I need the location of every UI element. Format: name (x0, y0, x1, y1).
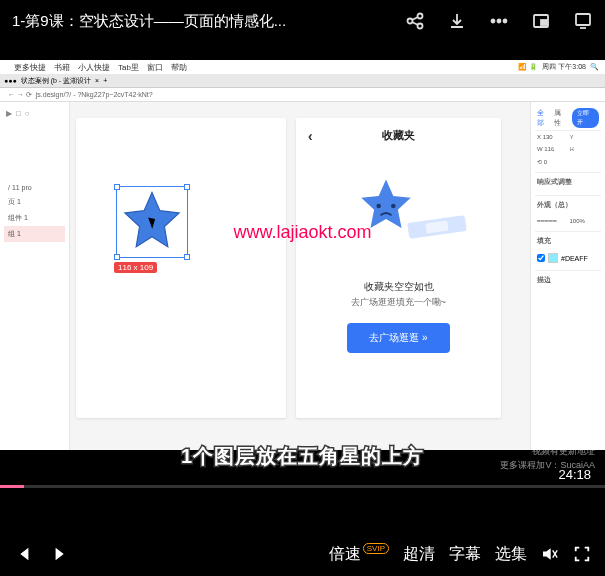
speed-button[interactable]: 倍速SVIP (329, 544, 389, 565)
empty-subtitle: 去广场逛逛填充一个嘞~ (296, 295, 501, 309)
section-responsive: 响应式调整 (535, 172, 601, 191)
wm-line1: 视频有更新地址 (500, 445, 595, 459)
opacity-field[interactable]: 100% (570, 218, 600, 224)
layer-row[interactable] (4, 255, 65, 268)
svg-point-4 (498, 20, 501, 23)
mute-icon[interactable] (541, 545, 559, 563)
fill-toggle[interactable] (537, 254, 545, 262)
empty-illustration (334, 175, 464, 265)
screen-title: 收藏夹 (382, 128, 415, 143)
subtitle-button[interactable]: 字幕 (449, 544, 481, 565)
progress-fill (0, 485, 24, 488)
menu-icon[interactable] (489, 11, 509, 31)
empty-state-text: 收藏夹空空如也 去广场逛逛填充一个嘞~ (296, 279, 501, 309)
panel-tabs: 全部 属性 立即开 (535, 106, 601, 131)
video-area: 更多快捷 书籍 小人快捷 Tab里 窗口 帮助 📶 🔋 周四 下午3:08 🔍 … (0, 42, 605, 532)
design-app: ▶ □ ○ / 11 pro 页 1 组件 1 组 1 (0, 102, 605, 450)
download-icon[interactable] (447, 11, 467, 31)
browser-tabs: ●●● 状态案例 (b - 蓝湖设计 ×+ (0, 74, 605, 88)
watermark-corner: 视频有更新地址 更多课程加V：SucaiAA (500, 445, 595, 472)
bilibili-watermark: bilibili (551, 132, 601, 155)
layer-row[interactable]: 页 1 (4, 194, 65, 210)
clock: 周四 下午3:08 (542, 62, 586, 72)
page-title: 1-第9课：空状态设计——页面的情感化... (12, 12, 405, 31)
tool-rect[interactable]: □ (16, 109, 21, 118)
fullscreen-icon[interactable] (573, 545, 591, 563)
episodes-button[interactable]: 选集 (495, 544, 527, 565)
menu-item: 小人快捷 (78, 62, 110, 73)
quality-button[interactable]: 超清 (403, 544, 435, 565)
header-actions (405, 11, 593, 31)
device-label: / 11 pro (4, 181, 65, 194)
canvas[interactable]: 116 x 109 ‹ 收藏夹 (70, 102, 530, 450)
watermark-url: www.lajiaokt.com (233, 222, 371, 243)
artboard-1[interactable]: 116 x 109 (76, 118, 286, 418)
menu-item: 更多快捷 (14, 62, 46, 73)
empty-title: 收藏夹空空如也 (296, 279, 501, 295)
section-fill: 填充 (535, 231, 601, 250)
color-hex[interactable]: #DEAFF (561, 255, 588, 262)
mobile-header: ‹ 收藏夹 (296, 118, 501, 153)
prev-icon[interactable] (14, 545, 32, 563)
menu-item: Tab里 (118, 62, 139, 73)
menu-item: 窗口 (147, 62, 163, 73)
section-stroke: 描边 (535, 270, 601, 289)
left-toolbar: ▶ □ ○ (4, 106, 65, 121)
upgrade-pill[interactable]: 立即开 (572, 108, 599, 128)
layer-row[interactable] (4, 242, 65, 255)
layers-panel: ▶ □ ○ / 11 pro 页 1 组件 1 组 1 (0, 102, 70, 450)
back-icon[interactable]: ‹ (308, 128, 313, 144)
cast-icon[interactable] (573, 11, 593, 31)
svg-point-5 (504, 20, 507, 23)
viewer-header: 1-第9课：空状态设计——页面的情感化... (0, 0, 605, 42)
tab-title: 状态案例 (b - 蓝湖设计 (21, 76, 91, 86)
menu-item: 书籍 (54, 62, 70, 73)
mac-menubar: 更多快捷 书籍 小人快捷 Tab里 窗口 帮助 📶 🔋 周四 下午3:08 🔍 (0, 60, 605, 74)
url-text: js.design/?/ - ?Nkg227p~2cvT42·kNt? (36, 91, 153, 98)
svg-point-10 (391, 204, 396, 209)
artboard-2[interactable]: ‹ 收藏夹 收藏夹空空如也 去广场逛逛填充 (296, 118, 501, 418)
progress-bar[interactable] (0, 485, 605, 488)
section-appearance: 外观（总） (535, 195, 601, 214)
svg-point-9 (376, 204, 381, 209)
url-bar: ← → ⟳ js.design/?/ - ?Nkg227p~2cvT42·kNt… (0, 88, 605, 102)
svg-rect-8 (576, 14, 590, 25)
selected-star[interactable]: 116 x 109 (116, 186, 188, 258)
tool-play[interactable]: ▶ (6, 109, 12, 118)
fill-color[interactable]: #DEAFF (535, 250, 601, 266)
svg-point-3 (492, 20, 495, 23)
tool-circle[interactable]: ○ (25, 109, 30, 118)
pip-icon[interactable] (531, 11, 551, 31)
tab-props[interactable]: 属性 (554, 108, 567, 128)
share-icon[interactable] (405, 11, 425, 31)
video-subtitle: 1个图层放在五角星的上方 (181, 443, 424, 470)
video-frame: 更多快捷 书籍 小人快捷 Tab里 窗口 帮助 📶 🔋 周四 下午3:08 🔍 … (0, 60, 605, 450)
layer-row-selected[interactable]: 组 1 (4, 226, 65, 242)
player-controls: 倍速SVIP 超清 字幕 选集 (0, 532, 605, 576)
cta-button[interactable]: 去广场逛逛 » (347, 323, 449, 353)
color-swatch[interactable] (548, 253, 558, 263)
layer-row[interactable]: 组件 1 (4, 210, 65, 226)
dimension-label: 116 x 109 (114, 262, 157, 273)
wm-line2: 更多课程加V：SucaiAA (500, 459, 595, 473)
next-icon[interactable] (52, 545, 70, 563)
svg-rect-7 (541, 20, 547, 25)
tab-all[interactable]: 全部 (537, 108, 550, 128)
menu-item: 帮助 (171, 62, 187, 73)
